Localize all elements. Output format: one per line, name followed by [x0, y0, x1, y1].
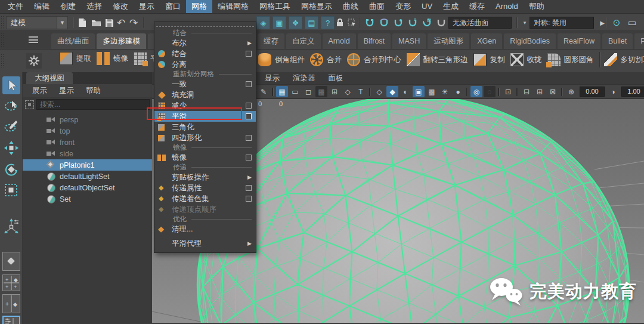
- menubar-item[interactable]: 创建: [55, 0, 81, 13]
- viewport-menu-item[interactable]: 显示: [259, 73, 285, 84]
- rotate-tool[interactable]: [2, 161, 20, 178]
- exposure-field[interactable]: 0.00: [580, 87, 605, 97]
- render-settings-icon[interactable]: ▤: [305, 16, 318, 29]
- search-input[interactable]: [36, 99, 150, 110]
- shelf-tab[interactable]: RealFlow: [558, 33, 600, 49]
- menu-item[interactable]: 传递 ▶: [154, 163, 256, 172]
- menubar-item[interactable]: 帮助: [524, 0, 550, 13]
- lights-icon[interactable]: ☀: [439, 86, 451, 97]
- menu-item[interactable]: 分离 ▶: [154, 59, 256, 70]
- new-scene-icon[interactable]: [76, 17, 88, 29]
- save-scene-icon[interactable]: [103, 17, 115, 29]
- menubar-item[interactable]: 修改: [107, 0, 134, 13]
- option-box[interactable]: [246, 51, 252, 57]
- shelf-tab[interactable]: Pulldown: [634, 33, 644, 49]
- menu-item[interactable]: 传递顶点顺序 ▶: [154, 204, 256, 215]
- scale-tool[interactable]: [2, 181, 20, 199]
- shelf-tab[interactable]: 自定义: [286, 33, 321, 49]
- menu-item[interactable]: 镜像 ▶: [154, 152, 256, 163]
- menu-item[interactable]: 优化 ▶: [154, 215, 256, 224]
- outliner-item[interactable]: defaultObjectSet: [23, 182, 152, 193]
- menu-item[interactable]: 结合 ▶: [154, 29, 256, 38]
- viewport-toolbar-button[interactable]: [368, 86, 372, 97]
- chevron-down-icon[interactable]: ▾: [519, 17, 531, 29]
- select-object-icon[interactable]: ▣: [273, 16, 286, 29]
- menu-item[interactable]: 四边形化 ▶: [154, 132, 256, 143]
- select-component-icon[interactable]: ❖: [289, 16, 302, 29]
- use-default-material-icon[interactable]: ▩: [426, 86, 438, 97]
- menubar-item[interactable]: 选择: [81, 0, 107, 13]
- shelf-tab[interactable]: 多边形建模: [97, 33, 146, 49]
- shelf-button[interactable]: 圆形圆角: [547, 53, 594, 66]
- outliner-item[interactable]: defaultLightSet: [23, 171, 152, 182]
- textured-icon[interactable]: ◐: [400, 86, 411, 97]
- option-box[interactable]: [246, 103, 252, 109]
- menu-set-selector[interactable]: 建模 ▼: [6, 16, 68, 29]
- shelf-tab[interactable]: 缓存: [258, 33, 284, 49]
- menubar-item[interactable]: 编辑: [29, 0, 55, 13]
- wireframe-icon[interactable]: ◇: [373, 86, 385, 97]
- outliner-item[interactable]: Set: [23, 193, 152, 205]
- show-manipulators-icon[interactable]: ⊙: [611, 17, 623, 29]
- viewport-toolbar-button[interactable]: [515, 86, 519, 97]
- menubar-item[interactable]: 文件: [2, 0, 29, 13]
- shelf-button[interactable]: 合并到中心: [347, 53, 401, 66]
- safe-title-icon[interactable]: T: [355, 86, 367, 97]
- shelf-button[interactable]: 倒角组件: [258, 53, 305, 66]
- outliner-tab[interactable]: 大纲视图: [26, 72, 73, 84]
- open-scene-icon[interactable]: [90, 17, 102, 29]
- resolution-gate-icon[interactable]: ◻: [302, 86, 314, 97]
- menu-item[interactable]: 剪贴板操作 ▶: [154, 172, 256, 183]
- option-box[interactable]: [246, 185, 252, 191]
- shadows-icon[interactable]: ●: [452, 86, 464, 97]
- outliner-item[interactable]: top: [23, 125, 152, 137]
- shelf-button[interactable]: 复制: [473, 53, 505, 66]
- menubar-item[interactable]: 网格显示: [296, 0, 338, 13]
- snap-to-point-icon[interactable]: [392, 16, 404, 29]
- menubar-item[interactable]: 窗口: [160, 0, 186, 13]
- menubar-item[interactable]: 曲面: [364, 0, 390, 13]
- menu-item[interactable]: 传递属性 ▶: [154, 183, 256, 193]
- outliner-item[interactable]: front: [23, 137, 152, 148]
- snap-to-projected-center-icon[interactable]: [407, 16, 419, 29]
- menu-item[interactable]: 镜像 ▶: [154, 143, 256, 152]
- menu-item[interactable]: 三角化 ▶: [154, 122, 256, 132]
- exposure-icon[interactable]: ⊛: [565, 86, 577, 97]
- drag-handle[interactable]: [1, 16, 4, 30]
- menubar-item[interactable]: 显示: [134, 0, 160, 13]
- menubar-item[interactable]: UV: [416, 0, 438, 13]
- menu-item[interactable]: 结合 ▶: [154, 48, 256, 59]
- screen-space-ao-icon[interactable]: ◎: [470, 86, 482, 97]
- menubar-item[interactable]: 变形: [390, 0, 416, 13]
- menu-item[interactable]: 重新划分网格 ▶: [154, 70, 256, 79]
- lasso-select-tool[interactable]: [2, 97, 20, 115]
- gamma-icon[interactable]: ◑: [607, 86, 619, 97]
- menu-item[interactable]: 清理... ▶: [154, 224, 256, 234]
- viewport-toolbar-button[interactable]: [560, 86, 564, 97]
- outliner-menu-item[interactable]: 帮助: [81, 86, 106, 96]
- option-box[interactable]: [246, 155, 252, 161]
- viewport-menu-item[interactable]: 面板: [323, 73, 349, 84]
- menubar-item[interactable]: 缓存: [464, 0, 490, 13]
- gamma-field[interactable]: 1.00: [621, 87, 644, 97]
- shelf-tab[interactable]: XGen: [471, 33, 502, 49]
- last-tool-tripod[interactable]: [2, 217, 20, 235]
- motion-blur-icon[interactable]: ◌: [484, 86, 496, 97]
- shelf-tab[interactable]: Bullet: [602, 33, 633, 49]
- select-tool[interactable]: [2, 76, 20, 94]
- outliner-menu-item[interactable]: 显示: [54, 86, 79, 96]
- menubar-item[interactable]: 网格工具: [254, 0, 296, 13]
- snap-to-view-plane-icon[interactable]: [421, 16, 433, 29]
- menu-item[interactable]: 平滑代理 ▶: [154, 238, 256, 249]
- shelf-menu-icon[interactable]: [29, 36, 38, 43]
- open-editor-icon[interactable]: ▭: [626, 17, 638, 29]
- menubar-item[interactable]: 曲线: [338, 0, 364, 13]
- drag-handle[interactable]: [1, 54, 4, 68]
- redo-icon[interactable]: ↷: [128, 17, 140, 29]
- snap-to-grid-icon[interactable]: [364, 16, 376, 29]
- select-hierarchy-icon[interactable]: ◈: [256, 16, 270, 29]
- shelf-button[interactable]: 翻转三角形边: [407, 53, 468, 66]
- filter-icon[interactable]: [25, 100, 34, 109]
- viewport-menu-item[interactable]: 渲染器: [287, 73, 321, 84]
- wireframe-on-shaded-icon[interactable]: ▣: [413, 86, 425, 97]
